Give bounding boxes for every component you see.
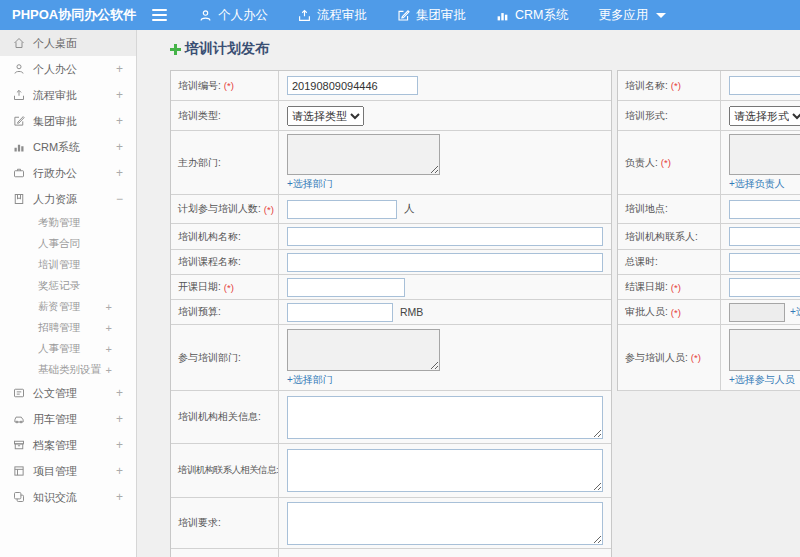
training-name-input[interactable] xyxy=(729,76,800,95)
home-icon xyxy=(13,37,25,49)
nav-label: 更多应用 xyxy=(598,7,648,24)
trainee-textarea[interactable] xyxy=(729,329,800,371)
sidebar-subitem-reward-punish[interactable]: 奖惩记录 xyxy=(0,275,136,296)
sidebar-item-admin-office[interactable]: 行政办公 + xyxy=(0,160,136,186)
row-training-name: 培训名称:(*) xyxy=(618,71,800,101)
row-join-dept: 参与培训部门: +选择部门 xyxy=(171,325,611,391)
nav-label: 集团审批 xyxy=(416,7,466,24)
sidebar-item-group-approval[interactable]: 集团审批 + xyxy=(0,108,136,134)
training-no-input[interactable] xyxy=(287,76,418,95)
top-nav: 个人办公 流程审批 集团审批 CRM系统 更多应用 xyxy=(199,7,666,24)
row-total-hours: 总课时: xyxy=(618,250,800,275)
user-icon xyxy=(199,9,212,22)
sidebar-subitem-attendance-mgmt[interactable]: 考勤管理 xyxy=(0,212,136,233)
required-mark: (*) xyxy=(661,157,671,168)
nav-crm-system[interactable]: CRM系统 xyxy=(496,7,568,24)
sidebar-subitem-training-mgmt[interactable]: 培训管理 xyxy=(0,254,136,275)
select-dept-link[interactable]: +选择部门 xyxy=(287,177,333,191)
edit-icon xyxy=(13,115,25,127)
row-budget: 培训预算: RMB xyxy=(171,300,611,325)
row-attachment: 附件文档: +附件上传 xyxy=(171,549,611,557)
bar-chart-icon xyxy=(13,141,25,153)
book-icon xyxy=(13,193,25,205)
org-name-input[interactable] xyxy=(287,227,603,246)
sidebar-subitem-personnel-mgmt[interactable]: 人事管理 + xyxy=(0,338,136,359)
sidebar-item-knowledge-exchange[interactable]: 知识交流 + xyxy=(0,484,136,510)
sidebar-item-workflow-approval[interactable]: 流程审批 + xyxy=(0,82,136,108)
nav-group-approval[interactable]: 集团审批 xyxy=(397,7,466,24)
nav-personal-office[interactable]: 个人办公 xyxy=(199,7,268,24)
row-org-contact-info: 培训机构联系人相关信息: xyxy=(171,444,611,498)
sidebar-subitem-hr-contract[interactable]: 人事合同 xyxy=(0,233,136,254)
sidebar-item-personal-desktop[interactable]: 个人桌面 xyxy=(0,30,136,56)
row-location: 培训地点: xyxy=(618,195,800,224)
total-hours-input[interactable] xyxy=(729,253,800,272)
row-trainees: 参与培训人员:(*) +选择参与人员 xyxy=(618,325,800,391)
training-type-select[interactable]: 请选择类型 xyxy=(287,106,364,126)
training-plan-form: 培训编号:(*) 培训类型: 请选择类型 主办部门: +选择部门 计划参与培训人… xyxy=(170,70,800,557)
required-mark: (*) xyxy=(671,307,681,318)
unit-label: 人 xyxy=(404,202,415,216)
select-approver-link[interactable]: +选择审批人员 xyxy=(790,305,800,319)
location-input[interactable] xyxy=(729,200,800,219)
edit-icon xyxy=(397,9,410,22)
end-date-input[interactable] xyxy=(729,278,800,297)
nav-label: CRM系统 xyxy=(515,7,568,24)
course-name-input[interactable] xyxy=(287,253,603,272)
required-mark: (*) xyxy=(224,80,234,91)
car-icon xyxy=(13,413,25,425)
sidebar-item-human-resources[interactable]: 人力资源 − xyxy=(0,186,136,212)
row-org-contact: 培训机构联系人: xyxy=(618,224,800,250)
host-dept-textarea[interactable] xyxy=(287,134,440,175)
app-title: PHPOA协同办公软件 xyxy=(0,6,137,24)
row-end-date: 结课日期:(*) xyxy=(618,275,800,300)
budget-input[interactable] xyxy=(287,303,393,322)
sidebar-item-archive-mgmt[interactable]: 档案管理 + xyxy=(0,432,136,458)
hamburger-menu-icon[interactable] xyxy=(137,9,181,21)
sidebar-subitem-base-category[interactable]: 基础类别设置 + xyxy=(0,359,136,380)
nav-label: 个人办公 xyxy=(218,7,268,24)
plus-icon xyxy=(170,44,181,55)
sidebar-subitem-recruit-mgmt[interactable]: 招聘管理 + xyxy=(0,317,136,338)
sidebar-item-crm-system[interactable]: CRM系统 + xyxy=(0,134,136,160)
row-training-form: 培训形式: 请选择形式 xyxy=(618,101,800,131)
approver-box[interactable] xyxy=(729,303,785,322)
sidebar-item-personal-office[interactable]: 个人办公 + xyxy=(0,56,136,82)
clipboard-icon xyxy=(13,465,25,477)
org-contact-info-textarea[interactable] xyxy=(287,449,603,492)
select-trainee-link[interactable]: +选择参与人员 xyxy=(729,373,795,387)
required-mark: (*) xyxy=(264,204,274,215)
nav-more-apps[interactable]: 更多应用 xyxy=(598,7,666,24)
row-participants-count: 计划参与培训人数:(*) 人 xyxy=(171,195,611,224)
required-mark: (*) xyxy=(671,282,681,293)
training-require-textarea[interactable] xyxy=(287,502,603,545)
join-dept-textarea[interactable] xyxy=(287,329,440,371)
caret-down-icon xyxy=(656,13,666,18)
participants-count-input[interactable] xyxy=(287,200,397,219)
sidebar-item-vehicle-mgmt[interactable]: 用车管理 + xyxy=(0,406,136,432)
row-training-require: 培训要求: xyxy=(171,498,611,549)
nav-workflow-approval[interactable]: 流程审批 xyxy=(298,7,367,24)
row-start-date: 开课日期:(*) xyxy=(171,275,611,300)
org-contact-input[interactable] xyxy=(729,227,800,246)
select-dept-link[interactable]: +选择部门 xyxy=(287,373,333,387)
leader-textarea[interactable] xyxy=(729,134,800,175)
training-form-select[interactable]: 请选择形式 xyxy=(729,106,800,126)
page-title: 培训计划发布 xyxy=(170,39,800,59)
start-date-input[interactable] xyxy=(287,278,405,297)
org-info-textarea[interactable] xyxy=(287,396,603,439)
currency-label: RMB xyxy=(400,306,423,318)
bar-chart-icon xyxy=(496,9,509,22)
nav-label: 流程审批 xyxy=(317,7,367,24)
row-approver: 审批人员:(*) +选择审批人员 xyxy=(618,300,800,325)
row-host-dept: 主办部门: +选择部门 xyxy=(171,131,611,195)
row-org-name: 培训机构名称: xyxy=(171,224,611,250)
form-table-left: 培训编号:(*) 培训类型: 请选择类型 主办部门: +选择部门 计划参与培训人… xyxy=(170,70,612,557)
main-content: 培训计划发布 培训编号:(*) 培训类型: 请选择类型 主办部门: +选择部门 xyxy=(138,30,800,557)
sidebar: 个人桌面 个人办公 + 流程审批 + 集团审批 + CRM系统 + 行政办公 +… xyxy=(0,30,137,557)
sidebar-item-document-mgmt[interactable]: 公文管理 + xyxy=(0,380,136,406)
sidebar-subitem-salary-mgmt[interactable]: 薪资管理 + xyxy=(0,296,136,317)
row-org-info: 培训机构相关信息: xyxy=(171,391,611,444)
select-leader-link[interactable]: +选择负责人 xyxy=(729,177,785,191)
sidebar-item-project-mgmt[interactable]: 项目管理 + xyxy=(0,458,136,484)
